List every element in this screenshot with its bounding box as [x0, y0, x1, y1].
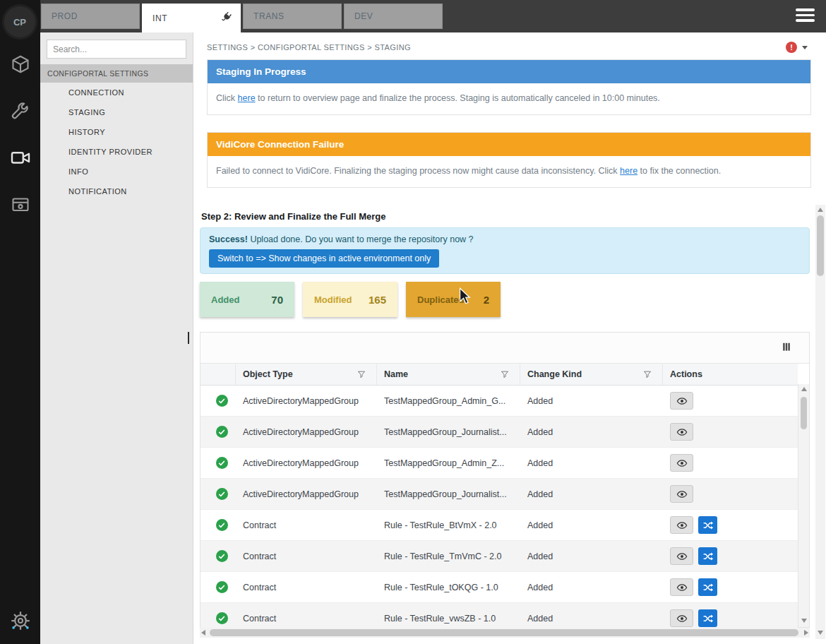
header-change-kind[interactable]: Change Kind: [520, 364, 663, 385]
view-button[interactable]: [670, 423, 693, 441]
column-chooser-icon[interactable]: [781, 341, 792, 355]
tab-dev[interactable]: DEV: [344, 4, 443, 29]
cell-object-type: Contract: [236, 520, 377, 530]
vidicore-here-link[interactable]: here: [620, 166, 638, 176]
settings-gear-icon[interactable]: [0, 610, 40, 631]
table-row: ActiveDirectoryMappedGroup TestMappedGro…: [200, 386, 798, 417]
added-status-icon: [216, 581, 228, 593]
scroll-up-arrow[interactable]: [818, 208, 823, 212]
cell-change-kind: Added: [520, 396, 663, 406]
header-actions: Actions: [663, 364, 798, 385]
sidebar-section-configportal-settings[interactable]: CONFIGPORTAL SETTINGS: [40, 64, 193, 83]
tab-int[interactable]: INT: [142, 4, 241, 32]
hamburger-menu-icon[interactable]: [796, 8, 815, 25]
sidebar-item-info[interactable]: INFO: [40, 162, 193, 181]
header-name-label: Name: [384, 369, 408, 379]
compare-button[interactable]: [698, 516, 717, 534]
sidebar-item-connection[interactable]: CONNECTION: [40, 83, 193, 102]
scroll-up-arrow[interactable]: [801, 387, 807, 391]
alert-icon: !: [786, 42, 797, 53]
sidebar-item-staging[interactable]: STAGING: [40, 102, 193, 122]
cell-object-type: ActiveDirectoryMappedGroup: [236, 458, 377, 468]
compare-button[interactable]: [698, 547, 717, 565]
compare-button[interactable]: [698, 609, 717, 627]
staging-banner: Staging In Progress Click here to return…: [207, 59, 811, 115]
tab-prod[interactable]: PROD: [41, 4, 140, 29]
added-status-icon: [216, 395, 228, 407]
staging-here-link[interactable]: here: [238, 93, 256, 103]
table-row: Contract Rule - TestRule_BtVmX - 2.0 Add…: [200, 510, 798, 541]
plug-icon: [220, 11, 233, 25]
view-button[interactable]: [670, 392, 693, 410]
sidebar-item-notification[interactable]: NOTIFICATION: [40, 181, 193, 201]
scroll-down-arrow[interactable]: [818, 631, 823, 635]
filter-icon[interactable]: [500, 369, 510, 379]
package-icon[interactable]: [0, 193, 40, 215]
staging-body-suffix: to return to overview page and finalize …: [256, 93, 660, 103]
cell-name: TestMappedGroup_Journalist...: [377, 489, 520, 499]
tab-trans[interactable]: TRANS: [243, 4, 342, 29]
view-button[interactable]: [670, 609, 693, 627]
stat-card-duplicated[interactable]: Duplicated 2: [406, 282, 501, 317]
scroll-down-arrow[interactable]: [801, 619, 807, 623]
text-ibeam-cursor: [188, 332, 189, 344]
tools-icon[interactable]: [0, 100, 40, 121]
icon-rail: CP: [0, 0, 40, 644]
horizontal-scrollbar-thumb[interactable]: [210, 629, 798, 636]
cell-name: TestMappedGroup_Admin_G...: [377, 396, 520, 406]
table-row: Contract Rule - TestRule_tOKQG - 1.0 Add…: [200, 572, 798, 603]
cell-name: TestMappedGroup_Journalist...: [377, 427, 520, 437]
cp-logo[interactable]: CP: [4, 6, 35, 37]
change-stats: Added 70 Modified 165 Duplicated 2: [200, 282, 501, 317]
staging-banner-title: Staging In Progress: [208, 60, 810, 83]
cell-change-kind: Added: [520, 520, 663, 530]
cell-name: Rule - TestRule_tOKQG - 1.0: [377, 583, 520, 592]
sidebar-item-identity-provider[interactable]: IDENTITY PROVIDER: [40, 142, 193, 162]
view-button[interactable]: [670, 547, 693, 565]
success-label: Success!: [209, 234, 248, 244]
cell-object-type: Contract: [236, 551, 377, 561]
alert-dropdown[interactable]: !: [786, 42, 808, 53]
environment-topbar: PROD INT TRANS DEV: [40, 0, 826, 32]
tab-prod-label: PROD: [52, 11, 78, 21]
view-button[interactable]: [670, 485, 693, 503]
scroll-left-arrow[interactable]: [201, 630, 205, 636]
header-name[interactable]: Name: [377, 364, 520, 385]
tab-dev-label: DEV: [354, 11, 373, 21]
filter-icon[interactable]: [357, 369, 366, 379]
cell-object-type: Contract: [236, 583, 377, 592]
switch-view-button[interactable]: Switch to => Show changes in active envi…: [209, 249, 439, 268]
sidebar-item-history[interactable]: HISTORY: [40, 122, 193, 142]
view-button[interactable]: [670, 578, 693, 596]
breadcrumb: SETTINGS > CONFIGPORTAL SETTINGS > STAGI…: [207, 43, 411, 52]
header-change-kind-label: Change Kind: [527, 369, 582, 379]
added-status-icon: [216, 550, 228, 562]
video-camera-icon[interactable]: [0, 147, 40, 168]
search-input[interactable]: [47, 40, 186, 59]
staging-body-prefix: Click: [216, 93, 238, 103]
table-row: ActiveDirectoryMappedGroup TestMappedGro…: [200, 479, 798, 510]
upload-success-box: Success! Upload done. Do you want to mer…: [200, 227, 810, 274]
settings-sidebar: CONFIGPORTAL SETTINGS CONNECTION STAGING…: [40, 32, 193, 644]
compare-button[interactable]: [698, 578, 717, 596]
grid-scrollbar-thumb[interactable]: [801, 397, 807, 429]
header-object-type[interactable]: Object Type: [236, 364, 377, 385]
stat-modified-label: Modified: [314, 294, 352, 305]
stat-card-modified[interactable]: Modified 165: [303, 282, 397, 317]
page-scrollbar-thumb[interactable]: [817, 215, 824, 276]
view-button[interactable]: [670, 516, 693, 534]
grid-toolbar: [200, 333, 809, 364]
table-row: Contract Rule - TestRule_TmVmC - 2.0 Add…: [200, 541, 798, 572]
stat-card-added[interactable]: Added 70: [200, 282, 294, 317]
stat-modified-value: 165: [369, 294, 386, 306]
upload-success-text: Success! Upload done. Do you want to mer…: [209, 234, 801, 244]
cell-object-type: ActiveDirectoryMappedGroup: [236, 489, 377, 499]
page-vertical-scrollbar: [815, 205, 825, 639]
view-button[interactable]: [670, 454, 693, 472]
assets-cube-icon[interactable]: [0, 54, 40, 75]
vidicore-body-prefix: Failed to connect to VidiCore. Finalizin…: [216, 166, 620, 176]
vidicore-banner-title: VidiCore Connection Failure: [208, 133, 810, 156]
scroll-right-arrow[interactable]: [804, 630, 808, 636]
table-row: ActiveDirectoryMappedGroup TestMappedGro…: [200, 448, 798, 479]
filter-icon[interactable]: [642, 369, 652, 379]
